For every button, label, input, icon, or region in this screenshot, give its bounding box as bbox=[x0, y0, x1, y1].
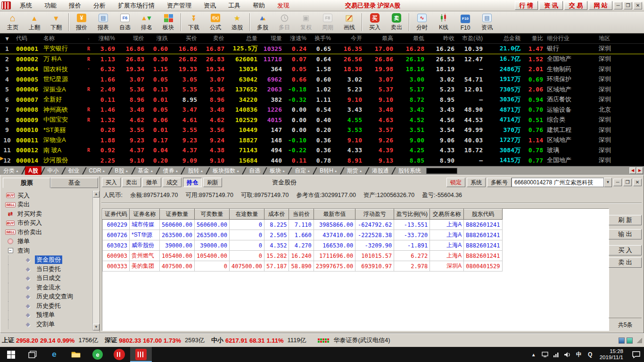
sidebar-query-历史成交查询[interactable]: ◆历史成交查询 bbox=[8, 292, 92, 302]
sort-corner-icon[interactable]: ▼ bbox=[0, 35, 14, 42]
tab-scroll-right-icon[interactable]: ▶ bbox=[636, 167, 643, 174]
start-button[interactable] bbox=[0, 347, 22, 362]
toolbar-fx-button[interactable]: f(x)公式 bbox=[205, 12, 226, 32]
market-tab-期货[interactable]: 期货▲ bbox=[344, 166, 366, 175]
toolbar-up-button[interactable]: ▲上翻 bbox=[24, 12, 45, 32]
holdings-column-header[interactable]: 盈亏比例(%) bbox=[394, 209, 430, 220]
trade-tab-成交[interactable]: 成交 bbox=[163, 178, 182, 187]
ime-zh-icon[interactable]: 中 bbox=[573, 351, 585, 359]
quote-column-header[interactable]: 量比 bbox=[522, 34, 545, 42]
menu-item[interactable]: 分析 bbox=[87, 0, 112, 11]
restore-button[interactable]: ❐ bbox=[624, 2, 632, 9]
market-tab-板块指数[interactable]: 板块指数▲ bbox=[209, 166, 243, 175]
file-explorer-app[interactable] bbox=[65, 347, 87, 362]
toolbar-home-button[interactable]: ⌂主页 bbox=[2, 12, 24, 32]
titlebar-quick-button[interactable]: 资 讯 bbox=[539, 1, 563, 10]
quote-column-header[interactable]: 卖价 bbox=[199, 34, 226, 42]
market-tab-自选[interactable]: 自选 bbox=[246, 166, 264, 175]
scroll-up-icon[interactable]: ▲ bbox=[93, 191, 99, 197]
trade-restore-button[interactable]: ❐ bbox=[623, 179, 632, 186]
quote-column-header[interactable]: 细分行业 bbox=[545, 34, 597, 42]
quote-row[interactable]: 2000002万 科AR1.1326.830.3026.8226.8362600… bbox=[0, 54, 644, 65]
edge-app[interactable]: e bbox=[43, 347, 65, 362]
toolbar-rank-button[interactable]: ▲▼排名 bbox=[136, 12, 157, 32]
quote-row[interactable]: 10000011深物业A1.889.230.179.239.2418827148… bbox=[0, 135, 644, 146]
sidebar-query-历史委托[interactable]: ◆历史委托 bbox=[8, 301, 92, 311]
account-dropdown-icon[interactable]: ▼ bbox=[604, 178, 612, 187]
quote-row[interactable]: 4000005世纪星源1.663.070.053.053.07630426962… bbox=[0, 74, 644, 85]
sidebar-query-预埋单[interactable]: ◆预埋单 bbox=[8, 311, 92, 320]
quote-column-header[interactable]: 现价 bbox=[117, 34, 146, 42]
market-tab-自定[interactable]: 自定▲ bbox=[291, 166, 314, 175]
holdings-column-header[interactable]: 浮动盈亏 bbox=[355, 209, 394, 220]
network-icon[interactable] bbox=[551, 351, 562, 359]
holdings-column-header[interactable]: 成本价 bbox=[264, 209, 289, 220]
holdings-column-header[interactable]: 证券代码 bbox=[103, 209, 130, 220]
quote-row[interactable]: 5000006深振业AR2.495.360.135.355.3613765220… bbox=[0, 84, 644, 95]
trade-tab-撤单[interactable]: 撤单 bbox=[142, 178, 161, 187]
sidebar-scrollbar[interactable]: ▲ ▼ bbox=[92, 191, 99, 330]
quote-column-header[interactable]: 换手% bbox=[308, 34, 333, 42]
action-center-icon[interactable] bbox=[628, 351, 644, 358]
trade-button-多帐号[interactable]: 多帐号 bbox=[487, 178, 512, 187]
holdings-row[interactable]: 603023威帝股份39000.0039000.0004.3524.270166… bbox=[103, 240, 503, 251]
stock-app[interactable] bbox=[108, 347, 130, 362]
toolbar-yen-button[interactable]: ¥报价 bbox=[71, 12, 92, 32]
sidebar-query-交割单[interactable]: ◆交割单 bbox=[8, 320, 92, 329]
market-tab-基金[interactable]: 基金▲ bbox=[135, 166, 157, 175]
market-tab-股转系统[interactable]: 股转系统 bbox=[395, 166, 424, 175]
trade-button-锁定[interactable]: 锁定 bbox=[446, 178, 465, 187]
quote-row[interactable]: 11000012南 玻AR0.924.370.044.374.387114349… bbox=[0, 145, 644, 156]
tab-scroll-left-icon[interactable]: ◀ bbox=[629, 167, 636, 174]
toolbar-download-button[interactable]: ▼▼下载 bbox=[183, 12, 205, 32]
quote-column-header[interactable]: 最高 bbox=[364, 34, 395, 42]
taskbar-clock[interactable]: 15:28 2019/11/1 bbox=[596, 348, 628, 361]
quote-row[interactable]: 3000004国农科技·6.3219.341.1519.3319.3413034… bbox=[0, 64, 644, 74]
market-tab-债券[interactable]: 债券▲ bbox=[159, 166, 182, 175]
quote-column-header[interactable]: 名称 bbox=[41, 34, 84, 42]
menu-item[interactable]: 资产管理 bbox=[161, 0, 198, 11]
action-button-买入[interactable]: 买 入 bbox=[609, 245, 642, 255]
trade-tab-买入[interactable]: 买入 bbox=[102, 178, 121, 187]
quote-column-header[interactable]: 涨跌 bbox=[146, 34, 170, 42]
trade-tab-持仓[interactable]: 持仓 bbox=[183, 178, 202, 187]
sidebar-query-资金股份[interactable]: ◆资金股份 bbox=[8, 255, 92, 265]
action-button-卖出[interactable]: 卖 出 bbox=[609, 257, 642, 268]
holdings-column-header[interactable]: 可卖数量 bbox=[195, 209, 230, 220]
sidebar-query-资金流水[interactable]: ◆资金流水 bbox=[8, 283, 92, 292]
menu-item[interactable]: 功能 bbox=[38, 0, 63, 11]
trading-app[interactable] bbox=[130, 347, 152, 362]
close-button[interactable]: ✕ bbox=[634, 2, 642, 9]
quote-column-header[interactable]: 总量 bbox=[226, 34, 259, 42]
quote-column-header[interactable]: 买价 bbox=[170, 34, 199, 42]
quote-column-header[interactable]: · bbox=[84, 35, 93, 42]
market-tab-港股通[interactable]: 港股通 bbox=[369, 166, 392, 175]
quote-row[interactable]: 8000009中国宝安R1.324.620.064.614.6210252940… bbox=[0, 115, 644, 125]
menu-item[interactable]: 资讯 bbox=[198, 0, 222, 11]
quote-column-header[interactable]: 地区 bbox=[597, 34, 644, 42]
resize-grip[interactable] bbox=[636, 337, 642, 343]
market-tab-中小[interactable]: 中小 bbox=[44, 166, 62, 175]
menu-item[interactable]: 帮助 bbox=[247, 0, 271, 11]
market-tab-分类[interactable]: 分类▲ bbox=[0, 166, 22, 175]
titlebar-quick-button[interactable]: 网 站 bbox=[589, 1, 612, 10]
holdings-row[interactable]: 000333美的集团407500.000407500.0057.18758.89… bbox=[103, 261, 503, 272]
scroll-down-icon[interactable]: ▼ bbox=[93, 324, 99, 330]
toolbar-down-button[interactable]: ▼下翻 bbox=[45, 12, 67, 32]
toolbar-buy-button[interactable]: 买买入 bbox=[364, 12, 386, 32]
qq-icon[interactable]: Q bbox=[585, 351, 596, 359]
display-icon[interactable] bbox=[539, 351, 551, 359]
quote-row[interactable]: 12000014沙河股份2.259.100.209.099.1015684440… bbox=[0, 156, 644, 166]
action-button-刷新[interactable]: 刷 新 bbox=[609, 215, 642, 225]
trade-button-系统[interactable]: 系统 bbox=[467, 178, 486, 187]
sidebar-item-撤单[interactable]: 撤单 bbox=[1, 237, 92, 247]
market-tab-B股[interactable]: B股▲ bbox=[112, 166, 132, 175]
sidebar-tab-股票[interactable]: 股票 bbox=[3, 178, 50, 188]
volume-icon[interactable] bbox=[562, 351, 573, 359]
account-selector[interactable]: 666800014278 广州立索恩科技 bbox=[512, 178, 604, 187]
quote-column-header[interactable]: 今开 bbox=[333, 34, 364, 42]
sidebar-item-市价卖出[interactable]: SELL市价卖出 bbox=[1, 228, 92, 237]
market-tab-板块[interactable]: 板块▲ bbox=[266, 166, 289, 175]
hidden-icons-chevron[interactable]: ▲ bbox=[528, 351, 539, 359]
holdings-column-header[interactable]: 在途数量 bbox=[230, 209, 264, 220]
